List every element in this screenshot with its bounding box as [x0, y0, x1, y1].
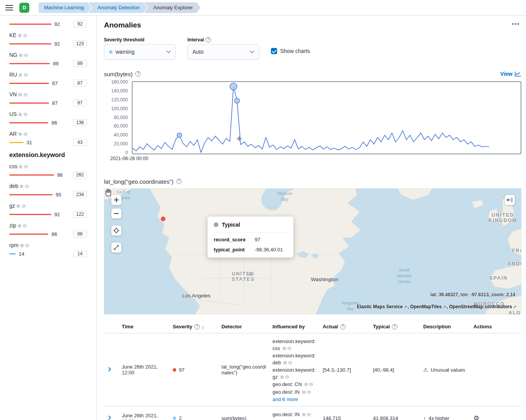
- influencer-label: KE: [9, 32, 17, 38]
- sort-desc-icon[interactable]: ↓: [202, 324, 204, 330]
- interval-select[interactable]: Auto: [187, 44, 259, 60]
- anomaly-map[interactable]: UNITED STATESUNITED KINGDOMSPAINFRANANDO…: [104, 188, 521, 314]
- remove-filter-icon[interactable]: ⊖: [307, 411, 311, 417]
- add-filter-icon[interactable]: ⊕: [282, 345, 286, 351]
- influencer-label: AR: [9, 131, 17, 137]
- add-filter-icon[interactable]: ⊕: [18, 131, 22, 137]
- expand-row-button[interactable]: [107, 414, 112, 420]
- influencer-item: RU⊕⊖8787: [9, 71, 87, 88]
- influencer-score-bar: [9, 194, 53, 195]
- breadcrumb-anomaly-detection[interactable]: Anomaly Detection: [88, 2, 147, 13]
- remove-filter-icon[interactable]: ⊖: [287, 345, 291, 351]
- y-axis-tick: 160,000: [111, 79, 128, 85]
- remove-filter-icon[interactable]: ⊖: [25, 243, 29, 248]
- map-tooltip: Typical record_score 97 typical_point -9…: [208, 217, 293, 258]
- tooltip-row-label: record_score: [214, 237, 255, 242]
- add-filter-icon[interactable]: ⊕: [304, 381, 308, 387]
- remove-filter-icon[interactable]: ⊖: [23, 33, 27, 38]
- table-header-actions: Actions: [470, 320, 521, 333]
- map-locate-button[interactable]: [111, 225, 121, 236]
- cell-detector: lat_long("geo.coordinates"): [218, 333, 269, 406]
- breadcrumb-machine-learning[interactable]: Machine Learning: [39, 2, 92, 13]
- influencer-label: gz: [9, 203, 15, 209]
- add-filter-icon[interactable]: ⊕: [19, 53, 23, 58]
- influencer-badge: 234: [73, 191, 87, 198]
- influencer-score: 95: [56, 192, 61, 198]
- anomaly-marker[interactable]: [177, 133, 182, 138]
- add-filter-icon[interactable]: ⊕: [18, 33, 22, 38]
- space-avatar[interactable]: D: [19, 3, 29, 13]
- influencer-label: css: [9, 163, 17, 169]
- influencer-score-bar: [9, 142, 24, 143]
- add-filter-icon[interactable]: ⊕: [302, 411, 306, 417]
- severity-threshold-select[interactable]: warning: [104, 44, 176, 60]
- show-more-link[interactable]: and 6 more: [272, 396, 317, 402]
- influencer-badge: 86: [73, 230, 87, 237]
- remove-filter-icon[interactable]: ⊖: [25, 184, 29, 189]
- anomalies-table: TimeSeverity?↓DetectorInfluenced byActua…: [104, 320, 521, 420]
- remove-filter-icon[interactable]: ⊖: [307, 389, 311, 395]
- influencer-score: 14: [19, 251, 24, 257]
- plus-icon: [114, 197, 119, 203]
- map-zoom-out-button[interactable]: [111, 208, 121, 219]
- gear-button[interactable]: ⚙: [473, 414, 479, 420]
- attribution-link[interactable]: OpenStreetMap contributors: [449, 304, 512, 309]
- add-filter-icon[interactable]: ⊕: [18, 72, 22, 77]
- chart-x-axis-label: 2021-06-26 00:00: [110, 156, 521, 162]
- influencer-score: 31: [27, 140, 32, 145]
- add-filter-icon[interactable]: ⊕: [18, 112, 22, 117]
- remove-filter-icon[interactable]: ⊖: [288, 360, 292, 365]
- expand-row-button[interactable]: [107, 366, 112, 374]
- page-title: Anomalies: [104, 21, 141, 29]
- remove-filter-icon[interactable]: ⊖: [23, 112, 27, 117]
- map-zoom-in-button[interactable]: [111, 195, 121, 205]
- remove-filter-icon[interactable]: ⊖: [23, 223, 27, 228]
- question-icon: ?: [176, 179, 182, 184]
- add-filter-icon[interactable]: ⊕: [280, 374, 284, 380]
- remove-filter-icon[interactable]: ⊖: [23, 92, 27, 97]
- anomaly-marker[interactable]: [235, 98, 240, 103]
- map-legend-button[interactable]: [505, 195, 515, 205]
- remove-filter-icon[interactable]: ⊖: [23, 131, 27, 137]
- view-link[interactable]: View: [500, 71, 521, 77]
- table-header-row: TimeSeverity?↓DetectorInfluenced byActua…: [104, 320, 521, 333]
- menu-icon[interactable]: [5, 5, 13, 10]
- remove-filter-icon[interactable]: ⊖: [22, 203, 26, 208]
- add-filter-icon[interactable]: ⊕: [17, 223, 22, 228]
- add-filter-icon[interactable]: ⊕: [18, 92, 22, 97]
- add-filter-icon[interactable]: ⊕: [16, 203, 20, 208]
- question-icon: ?: [206, 37, 211, 43]
- add-filter-icon[interactable]: ⊕: [19, 164, 23, 169]
- attribution-link[interactable]: Elastic Maps Service: [357, 304, 403, 309]
- add-filter-icon[interactable]: ⊕: [19, 184, 24, 189]
- table-header-severity[interactable]: Severity?↓: [170, 320, 218, 333]
- influencer-badge: 262: [73, 171, 87, 178]
- influencer-item: US⊕⊖86136: [9, 110, 87, 127]
- remove-filter-icon[interactable]: ⊖: [285, 374, 289, 380]
- remove-filter-icon[interactable]: ⊖: [24, 164, 28, 169]
- tooltip-row-label: typical_point: [214, 247, 255, 253]
- influencers-list: 9292KE⊕⊖92123NG⊕⊖8989RU⊕⊖8787VN⊕⊖8787US⊕…: [9, 19, 87, 258]
- add-filter-icon[interactable]: ⊕: [20, 243, 24, 248]
- tooltip-row-value: 97: [255, 237, 260, 242]
- table-header-detector: Detector: [218, 320, 269, 333]
- remove-filter-icon[interactable]: ⊖: [309, 381, 313, 387]
- remove-filter-icon[interactable]: ⊖: [24, 53, 28, 58]
- panel-options-icon[interactable]: [510, 21, 521, 27]
- map-fit-button[interactable]: [111, 242, 121, 253]
- influencer-item: rpm⊕⊖1414: [9, 241, 87, 258]
- influencer-field-title: extension.keyword: [9, 152, 87, 159]
- influencer-badge: 136: [73, 119, 87, 126]
- show-charts-checkbox[interactable]: Show charts: [271, 48, 310, 54]
- influencer-score: 92: [54, 21, 60, 27]
- add-filter-icon[interactable]: ⊕: [302, 389, 306, 395]
- anomaly-marker[interactable]: [230, 83, 237, 90]
- influencer-item: gz⊕⊖92122: [9, 202, 87, 219]
- table-header-actual: Actual?: [320, 320, 370, 333]
- severity-threshold-label: Severity threshold: [104, 37, 176, 43]
- table-header-time: Time: [119, 320, 170, 333]
- remove-filter-icon[interactable]: ⊖: [24, 72, 28, 77]
- attribution-link[interactable]: OpenMapTiles: [410, 304, 442, 309]
- anomaly-chart[interactable]: [132, 81, 521, 154]
- add-filter-icon[interactable]: ⊕: [283, 360, 287, 365]
